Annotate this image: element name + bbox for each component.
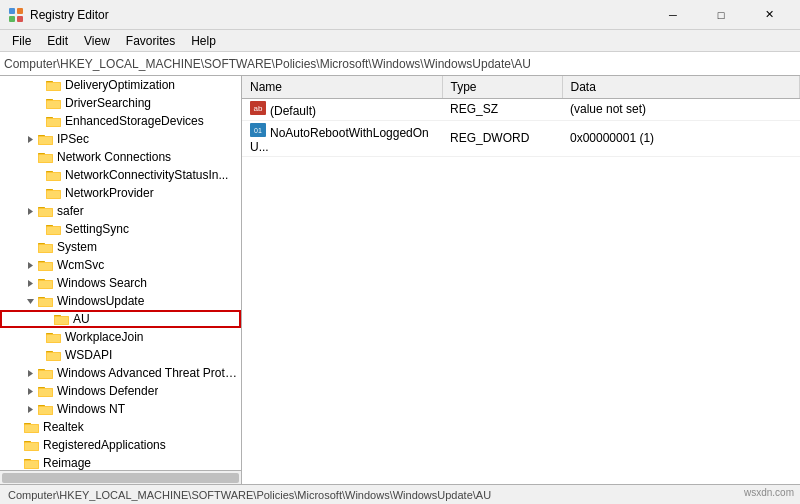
svg-rect-45 — [39, 245, 52, 252]
col-header-name[interactable]: Name — [242, 76, 442, 98]
folder-icon — [46, 222, 62, 236]
table-row[interactable]: 01 NoAutoRebootWithLoggedOn U... REG_DWO… — [242, 120, 800, 156]
tree-item-label: DriverSearching — [65, 96, 151, 110]
title-bar: Registry Editor ─ □ ✕ — [0, 0, 800, 30]
folder-icon — [38, 294, 54, 308]
svg-rect-15 — [47, 119, 60, 126]
svg-rect-7 — [47, 83, 60, 90]
svg-rect-0 — [9, 8, 15, 14]
svg-marker-33 — [28, 208, 33, 215]
svg-rect-3 — [17, 16, 23, 22]
maximize-button[interactable]: □ — [698, 0, 744, 30]
tree-item-label: Network Connections — [57, 150, 171, 164]
tree-item-label: NetworkProvider — [65, 186, 154, 200]
minimize-button[interactable]: ─ — [650, 0, 696, 30]
svg-marker-78 — [28, 388, 33, 395]
tree-item[interactable]: DeliveryOptimization — [0, 76, 241, 94]
tree-panel: DeliveryOptimization DriverSearching Enh… — [0, 76, 242, 484]
tree-item[interactable]: WindowsUpdate — [0, 292, 241, 310]
tree-item-label: WSDAPI — [65, 348, 112, 362]
tree-item[interactable]: Realtek — [0, 418, 241, 436]
reg-dword-icon: 01 — [250, 123, 266, 137]
tree-item[interactable]: Windows NT — [0, 400, 241, 418]
tree-item[interactable]: WorkplaceJoin — [0, 328, 241, 346]
tree-item[interactable]: Windows Search — [0, 274, 241, 292]
reg-entry-name: ab (Default) — [242, 98, 442, 120]
expand-icon[interactable] — [22, 257, 38, 273]
tree-item[interactable]: safer — [0, 202, 241, 220]
menu-help[interactable]: Help — [183, 32, 224, 50]
reg-entry-type: REG_DWORD — [442, 120, 562, 156]
tree-item[interactable]: NetworkConnectivityStatusIn... — [0, 166, 241, 184]
tree-item[interactable]: Reimage — [0, 454, 241, 470]
tree-item[interactable]: NetworkProvider — [0, 184, 241, 202]
menu-view[interactable]: View — [76, 32, 118, 50]
folder-icon — [38, 150, 54, 164]
svg-rect-87 — [39, 407, 52, 414]
reg-sz-icon: ab — [250, 101, 266, 115]
table-row[interactable]: ab (Default) REG_SZ (value not set) — [242, 98, 800, 120]
svg-rect-24 — [39, 155, 52, 162]
svg-marker-56 — [27, 299, 34, 304]
menu-favorites[interactable]: Favorites — [118, 32, 183, 50]
svg-rect-20 — [39, 137, 52, 144]
expand-icon[interactable] — [22, 401, 38, 417]
tree-item[interactable]: RegisteredApplications — [0, 436, 241, 454]
registry-table: Name Type Data ab (Default) REG_SZ (valu… — [242, 76, 800, 157]
tree-item-label: Windows NT — [57, 402, 125, 416]
menu-edit[interactable]: Edit — [39, 32, 76, 50]
tree-scroll[interactable]: DeliveryOptimization DriverSearching Enh… — [0, 76, 241, 470]
svg-rect-64 — [55, 317, 68, 324]
svg-rect-11 — [47, 101, 60, 108]
reg-entry-data: 0x00000001 (1) — [562, 120, 800, 156]
tree-item[interactable]: Windows Defender — [0, 382, 241, 400]
tree-item-label: AU — [73, 312, 90, 326]
expand-icon[interactable] — [22, 383, 38, 399]
close-button[interactable]: ✕ — [746, 0, 792, 30]
window-title: Registry Editor — [30, 8, 650, 22]
svg-marker-73 — [28, 370, 33, 377]
folder-icon — [38, 258, 54, 272]
folder-icon — [46, 168, 62, 182]
folder-icon — [24, 456, 40, 470]
tree-item[interactable]: EnhancedStorageDevices — [0, 112, 241, 130]
expand-icon[interactable] — [22, 365, 38, 381]
tree-item[interactable]: System — [0, 238, 241, 256]
tree-item[interactable]: Windows Advanced Threat Proto... — [0, 364, 241, 382]
table-header-row: Name Type Data — [242, 76, 800, 98]
tree-item[interactable]: WSDAPI — [0, 346, 241, 364]
tree-item[interactable]: WcmSvc — [0, 256, 241, 274]
folder-icon — [46, 330, 62, 344]
expand-icon[interactable] — [22, 203, 38, 219]
expand-icon[interactable] — [22, 131, 38, 147]
col-header-data[interactable]: Data — [562, 76, 800, 98]
svg-text:01: 01 — [254, 127, 262, 134]
folder-icon — [38, 366, 54, 380]
svg-rect-99 — [25, 461, 38, 468]
collapse-icon[interactable] — [22, 293, 38, 309]
folder-icon — [46, 186, 62, 200]
tree-item-label: IPSec — [57, 132, 89, 146]
menu-bar: File Edit View Favorites Help — [0, 30, 800, 52]
tree-item-label: WindowsUpdate — [57, 294, 144, 308]
tree-item[interactable]: DriverSearching — [0, 94, 241, 112]
expand-icon[interactable] — [22, 275, 38, 291]
tree-item[interactable]: SettingSync — [0, 220, 241, 238]
window-controls: ─ □ ✕ — [650, 0, 792, 30]
tree-horizontal-scrollbar[interactable] — [0, 470, 241, 484]
tree-item-label: EnhancedStorageDevices — [65, 114, 204, 128]
svg-rect-2 — [9, 16, 15, 22]
svg-rect-28 — [47, 173, 60, 180]
app-icon — [8, 7, 24, 23]
menu-file[interactable]: File — [4, 32, 39, 50]
tree-item[interactable]: AU — [0, 310, 241, 328]
tree-item-label: Windows Search — [57, 276, 147, 290]
tree-item-label: RegisteredApplications — [43, 438, 166, 452]
folder-icon — [46, 78, 62, 92]
tree-item-label: SettingSync — [65, 222, 129, 236]
tree-item[interactable]: IPSec — [0, 130, 241, 148]
col-header-type[interactable]: Type — [442, 76, 562, 98]
folder-icon — [24, 420, 40, 434]
tree-item[interactable]: Network Connections — [0, 148, 241, 166]
tree-hscroll-thumb[interactable] — [2, 473, 239, 483]
